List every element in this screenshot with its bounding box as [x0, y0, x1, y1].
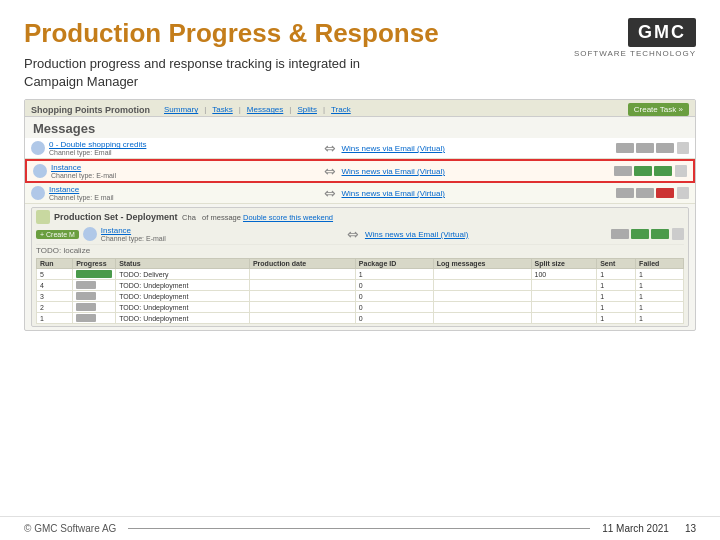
cell-run: 5 — [37, 269, 73, 280]
cell-pkg-id: 0 — [355, 291, 433, 302]
footer-copyright: © GMC Software AG — [24, 523, 116, 534]
prod-set-msg[interactable]: Double score this weekend — [243, 213, 333, 222]
cell-progress — [73, 280, 116, 291]
footer-divider — [128, 528, 590, 529]
virtual-3[interactable]: Wins news via Email (Virtual) — [342, 189, 611, 198]
status-btn-2-gray[interactable] — [614, 166, 632, 176]
page-subtitle: Production progress and response trackin… — [24, 55, 439, 91]
prod-action-icon[interactable] — [672, 228, 684, 240]
status-btn-gray-3[interactable] — [656, 143, 674, 153]
status-btn-gray-2[interactable] — [636, 143, 654, 153]
status-btn-2-green2[interactable] — [654, 166, 672, 176]
status-btn-gray-1[interactable] — [616, 143, 634, 153]
message-left-3: Instance Channel type: E mail — [49, 185, 318, 201]
tab-tasks[interactable]: Tasks — [208, 104, 236, 115]
logo-subtext: SOFTWARE TECHNOLOGY — [574, 49, 696, 58]
virtual-2[interactable]: Wins news via Email (Virtual) — [342, 167, 609, 176]
prod-btn-green[interactable] — [631, 229, 649, 239]
status-btn-3-gray2[interactable] — [636, 188, 654, 198]
message-row-2: Instance Channel type: E-mail ⇔ Wins new… — [25, 159, 695, 183]
virtual-1[interactable]: Wins news via Email (Virtual) — [342, 144, 611, 153]
prod-row-left: Instance Channel type: E-mail — [101, 226, 341, 242]
email-icon-2 — [33, 164, 47, 178]
prod-set-title-area: Production Set - Deployment Cha of messa… — [54, 212, 333, 222]
message-channel-3: Channel type: E mail — [49, 194, 318, 201]
status-btns-1 — [616, 143, 674, 153]
message-right-1: Wins news via Email (Virtual) — [342, 144, 611, 153]
cell-pkg-id: 1 — [355, 269, 433, 280]
arrow-1: ⇔ — [324, 140, 336, 156]
cell-run: 2 — [37, 302, 73, 313]
progress-table: Run Progress Status Production date Pack… — [36, 258, 684, 324]
col-log: Log messages — [433, 259, 531, 269]
logo-area: GMC SOFTWARE TECHNOLOGY — [574, 18, 696, 58]
message-right-3: Wins news via Email (Virtual) — [342, 189, 611, 198]
prod-set-subtitle: Cha of message Double score this weekend — [180, 213, 333, 222]
cell-status: TODO: Undeployment — [116, 302, 250, 313]
message-channel-1: Channel type: Email — [49, 149, 318, 156]
create-task-btn[interactable]: Create Task » — [628, 103, 689, 116]
cell-prod-date — [249, 302, 355, 313]
cell-progress — [73, 302, 116, 313]
prod-set-row: + Create M Instance Channel type: E-mail… — [36, 224, 684, 245]
cell-run: 3 — [37, 291, 73, 302]
tab-track[interactable]: Track — [327, 104, 355, 115]
create-small-btn[interactable]: + Create M — [36, 230, 79, 239]
prod-instance-name[interactable]: Instance — [101, 226, 341, 235]
cell-split — [531, 313, 597, 324]
tab-messages[interactable]: Messages — [243, 104, 287, 115]
prod-btn-green2[interactable] — [651, 229, 669, 239]
row-action-icon-2[interactable] — [675, 165, 687, 177]
cell-split: 100 — [531, 269, 597, 280]
cell-pkg-id: 0 — [355, 313, 433, 324]
progress-table-row: 4 TODO: Undeployment 0 1 1 — [37, 280, 684, 291]
message-row-3: Instance Channel type: E mail ⇔ Wins new… — [25, 183, 695, 204]
logo: GMC — [628, 18, 696, 47]
cell-status: TODO: Undeployment — [116, 280, 250, 291]
header: Production Progress & Response Productio… — [0, 0, 720, 99]
progress-table-row: 3 TODO: Undeployment 0 1 1 — [37, 291, 684, 302]
status-btn-3-gray[interactable] — [616, 188, 634, 198]
prod-virtual[interactable]: Wins news via Email (Virtual) — [365, 230, 605, 239]
message-left-2: Instance Channel type: E-mail — [51, 163, 318, 179]
page-wrapper: Production Progress & Response Productio… — [0, 0, 720, 331]
col-sent: Sent — [597, 259, 636, 269]
prod-set-header: Production Set - Deployment Cha of messa… — [36, 210, 684, 224]
cell-log — [433, 313, 531, 324]
message-right-2: Wins news via Email (Virtual) — [342, 167, 609, 176]
prod-instance-channel: Channel type: E-mail — [101, 235, 341, 242]
row-action-icon-1[interactable] — [677, 142, 689, 154]
arrow-3: ⇔ — [324, 185, 336, 201]
tab-summary[interactable]: Summary — [160, 104, 202, 115]
tab-splits[interactable]: Splits — [293, 104, 321, 115]
status-btns-3 — [616, 188, 674, 198]
prod-set-title: Production Set - Deployment — [54, 212, 178, 222]
message-row-1: 0 - Double shopping credits Channel type… — [25, 138, 695, 159]
progress-table-row: 1 TODO: Undeployment 0 1 1 — [37, 313, 684, 324]
cell-sent: 1 — [597, 291, 636, 302]
message-name-2[interactable]: Instance — [51, 163, 318, 172]
cell-split — [531, 291, 597, 302]
cell-prod-date — [249, 280, 355, 291]
status-btn-2-green[interactable] — [634, 166, 652, 176]
cell-run: 1 — [37, 313, 73, 324]
header-left: Production Progress & Response Productio… — [24, 18, 439, 91]
cell-failed: 1 — [636, 291, 684, 302]
cell-sent: 1 — [597, 269, 636, 280]
prod-row-icon — [83, 227, 97, 241]
prod-btn-gray[interactable] — [611, 229, 629, 239]
cell-log — [433, 302, 531, 313]
cell-log — [433, 280, 531, 291]
email-icon-3 — [31, 186, 45, 200]
message-name-1[interactable]: 0 - Double shopping credits — [49, 140, 318, 149]
cell-failed: 1 — [636, 269, 684, 280]
cell-prod-date — [249, 291, 355, 302]
status-btn-3-red[interactable] — [656, 188, 674, 198]
col-split: Split size — [531, 259, 597, 269]
prod-arrow: ⇔ — [347, 226, 359, 242]
cell-status: TODO: Undeployment — [116, 291, 250, 302]
cell-pkg-id: 0 — [355, 280, 433, 291]
message-name-3[interactable]: Instance — [49, 185, 318, 194]
row-action-icon-3[interactable] — [677, 187, 689, 199]
prod-status-btns — [611, 229, 669, 239]
